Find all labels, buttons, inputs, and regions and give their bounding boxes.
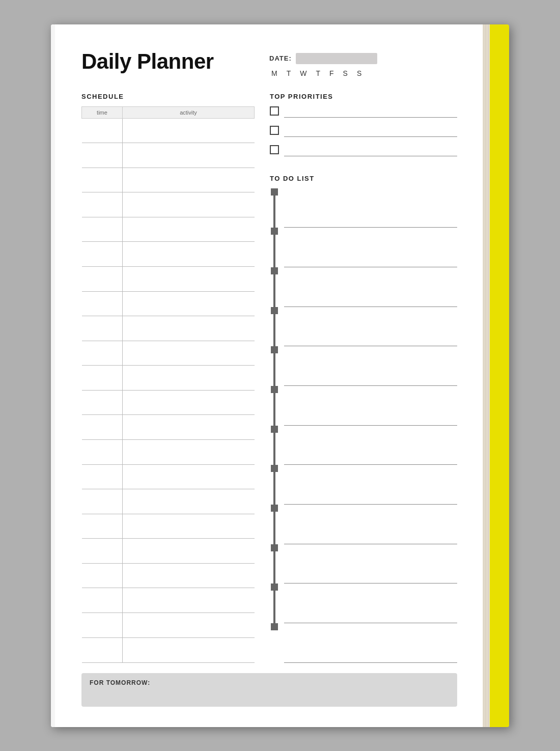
activity-cell[interactable]: [123, 266, 255, 291]
list-item[interactable]: [270, 386, 457, 426]
table-row[interactable]: [82, 266, 255, 291]
activity-cell[interactable]: [123, 217, 255, 242]
time-cell[interactable]: [82, 390, 123, 415]
activity-cell[interactable]: [123, 440, 255, 465]
tomorrow-section[interactable]: FOR TOMORROW:: [81, 673, 457, 707]
time-cell[interactable]: [82, 217, 123, 242]
priority-checkbox-1[interactable]: [270, 106, 279, 116]
priority-line-3[interactable]: [284, 145, 457, 156]
time-cell[interactable]: [82, 464, 123, 489]
activity-cell[interactable]: [123, 168, 255, 192]
table-row[interactable]: [82, 366, 255, 391]
list-item[interactable]: [270, 505, 457, 544]
activity-cell[interactable]: [123, 489, 255, 514]
time-cell[interactable]: [82, 143, 123, 168]
time-cell[interactable]: [82, 316, 123, 341]
todo-connector: [273, 274, 275, 307]
activity-cell[interactable]: [123, 192, 255, 217]
list-item[interactable]: [270, 465, 457, 505]
activity-cell[interactable]: [123, 316, 255, 341]
priority-line-2[interactable]: [284, 126, 457, 137]
activity-cell[interactable]: [123, 514, 255, 539]
activity-cell[interactable]: [123, 118, 255, 143]
time-cell[interactable]: [82, 539, 123, 564]
time-cell[interactable]: [82, 613, 123, 638]
table-row[interactable]: [82, 291, 255, 316]
priority-checkbox-3[interactable]: [270, 145, 279, 154]
time-cell[interactable]: [82, 242, 123, 267]
activity-cell[interactable]: [123, 464, 255, 489]
table-row[interactable]: [82, 637, 255, 662]
time-cell[interactable]: [82, 514, 123, 539]
time-cell[interactable]: [82, 489, 123, 514]
date-input-box[interactable]: [296, 53, 377, 64]
table-row[interactable]: [82, 143, 255, 168]
todo-write-line[interactable]: [284, 290, 457, 307]
table-row[interactable]: [82, 390, 255, 415]
activity-cell[interactable]: [123, 588, 255, 613]
table-row[interactable]: [82, 514, 255, 539]
todo-write-line[interactable]: [284, 448, 457, 465]
time-cell[interactable]: [82, 341, 123, 366]
todo-write-line[interactable]: [284, 606, 457, 623]
table-row[interactable]: [82, 341, 255, 366]
list-item[interactable]: [270, 228, 457, 267]
table-row[interactable]: [82, 316, 255, 341]
list-item[interactable]: [270, 544, 457, 584]
priority-line-1[interactable]: [284, 106, 457, 118]
activity-cell[interactable]: [123, 366, 255, 391]
todo-write-line[interactable]: [284, 329, 457, 346]
list-item[interactable]: [270, 267, 457, 307]
table-row[interactable]: [82, 588, 255, 613]
activity-cell[interactable]: [123, 341, 255, 366]
table-row[interactable]: [82, 217, 255, 242]
time-cell[interactable]: [82, 192, 123, 217]
table-row[interactable]: [82, 440, 255, 465]
activity-cell[interactable]: [123, 291, 255, 316]
todo-write-line[interactable]: [284, 250, 457, 267]
time-cell[interactable]: [82, 440, 123, 465]
table-row[interactable]: [82, 118, 255, 143]
activity-cell[interactable]: [123, 539, 255, 564]
time-cell[interactable]: [82, 291, 123, 316]
table-row[interactable]: [82, 464, 255, 489]
list-item[interactable]: [270, 188, 457, 228]
time-cell[interactable]: [82, 563, 123, 588]
todo-write-line[interactable]: [284, 408, 457, 426]
table-row[interactable]: [82, 613, 255, 638]
table-row[interactable]: [82, 192, 255, 217]
todo-write-line[interactable]: [284, 487, 457, 505]
table-row[interactable]: [82, 415, 255, 440]
activity-cell[interactable]: [123, 390, 255, 415]
todo-write-line[interactable]: [284, 369, 457, 386]
table-row[interactable]: [82, 168, 255, 192]
time-cell[interactable]: [82, 415, 123, 440]
activity-cell[interactable]: [123, 242, 255, 267]
right-column: TOP PRIORITIES TO: [270, 93, 457, 663]
activity-cell[interactable]: [123, 563, 255, 588]
time-cell[interactable]: [82, 168, 123, 192]
list-item[interactable]: [270, 346, 457, 386]
table-row[interactable]: [82, 242, 255, 267]
time-cell[interactable]: [82, 366, 123, 391]
activity-cell[interactable]: [123, 143, 255, 168]
list-item[interactable]: [270, 583, 457, 623]
activity-cell[interactable]: [123, 613, 255, 638]
priority-checkbox-2[interactable]: [270, 126, 279, 135]
list-item[interactable]: [270, 623, 457, 663]
todo-write-line[interactable]: [284, 527, 457, 544]
table-row[interactable]: [82, 489, 255, 514]
table-row[interactable]: [82, 563, 255, 588]
list-item[interactable]: [270, 426, 457, 465]
time-cell[interactable]: [82, 266, 123, 291]
todo-write-line[interactable]: [284, 210, 457, 228]
table-row[interactable]: [82, 539, 255, 564]
list-item[interactable]: [270, 307, 457, 347]
activity-cell[interactable]: [123, 637, 255, 662]
time-cell[interactable]: [82, 588, 123, 613]
todo-write-line[interactable]: [284, 646, 457, 663]
time-cell[interactable]: [82, 637, 123, 662]
activity-cell[interactable]: [123, 415, 255, 440]
todo-write-line[interactable]: [284, 566, 457, 583]
time-cell[interactable]: [82, 118, 123, 143]
